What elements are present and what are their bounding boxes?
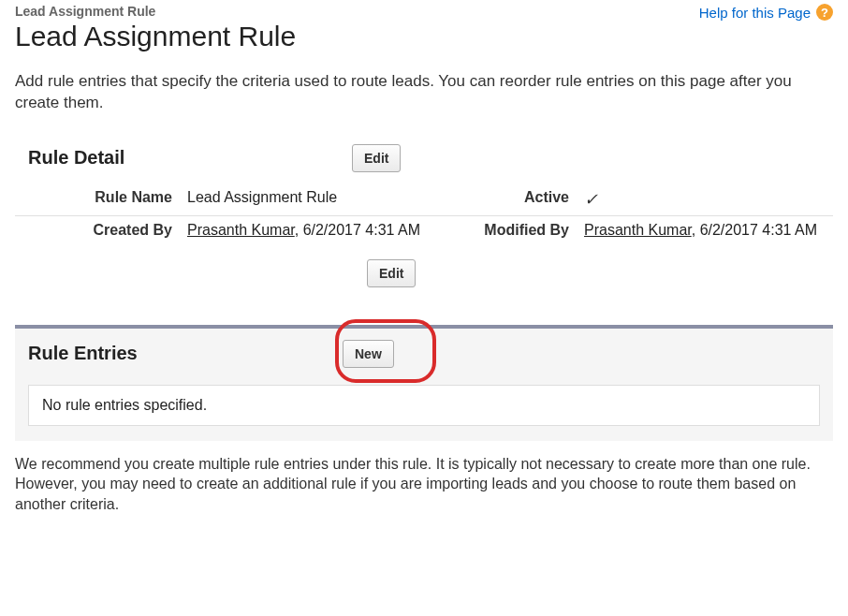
rule-entries-panel: Rule Entries New No rule entries specifi… [15, 325, 833, 441]
created-by-label: Created By [15, 215, 180, 244]
rule-name-value: Lead Assignment Rule [180, 183, 436, 216]
breadcrumb: Lead Assignment Rule [15, 4, 296, 19]
edit-button-top[interactable]: Edit [352, 144, 401, 172]
rule-name-label: Rule Name [15, 183, 180, 216]
modified-by-user-link[interactable]: Prasanth Kumar [584, 222, 692, 238]
active-checkmark-icon: ✓ [584, 190, 598, 209]
rule-detail-table: Rule Name Lead Assignment Rule Active ✓ … [15, 183, 833, 244]
help-link-label: Help for this Page [699, 5, 811, 21]
page-title: Lead Assignment Rule [15, 21, 296, 52]
active-label: Active [436, 183, 577, 216]
new-button[interactable]: New [343, 340, 394, 368]
rule-entries-title: Rule Entries [28, 343, 343, 364]
help-icon: ? [816, 4, 833, 21]
created-by-time: , 6/2/2017 4:31 AM [295, 222, 420, 238]
modified-by-time: , 6/2/2017 4:31 AM [692, 222, 817, 238]
footer-recommendation: We recommend you create multiple rule en… [15, 454, 833, 515]
created-by-user-link[interactable]: Prasanth Kumar [187, 222, 295, 238]
rule-detail-title: Rule Detail [15, 147, 352, 169]
edit-button-bottom[interactable]: Edit [367, 259, 416, 287]
intro-text: Add rule entries that specify the criter… [15, 71, 833, 114]
modified-by-label: Modified By [436, 215, 577, 244]
help-link[interactable]: Help for this Page ? [699, 4, 833, 21]
rule-entries-empty: No rule entries specified. [28, 385, 820, 426]
